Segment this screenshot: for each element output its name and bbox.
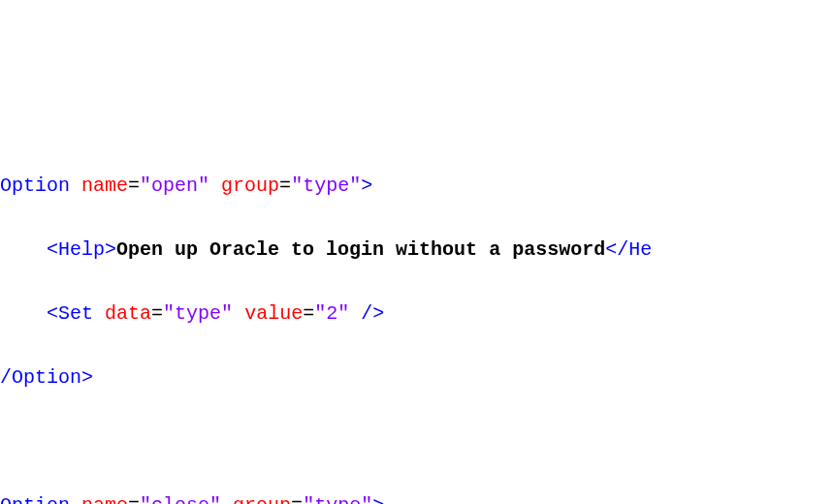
xml-value: "open" bbox=[140, 174, 209, 197]
xml-attr: name bbox=[81, 494, 128, 504]
code-line: Option name="open" group="type"> bbox=[0, 170, 834, 202]
code-line: <Set data="type" value="2" /> bbox=[0, 298, 834, 330]
xml-value: "2" bbox=[314, 302, 349, 325]
xml-tag: /Option bbox=[0, 366, 81, 389]
xml-attr: group bbox=[233, 494, 291, 504]
xml-tag: Option bbox=[0, 494, 70, 504]
help-text: Open up Oracle to login without a passwo… bbox=[116, 238, 605, 261]
xml-value: "type" bbox=[303, 494, 372, 504]
xml-value: "close" bbox=[140, 494, 221, 504]
xml-value: "type" bbox=[291, 174, 361, 197]
xml-attr: name bbox=[81, 174, 128, 197]
xml-code-viewer: Option name="open" group="type"> <Help>O… bbox=[0, 138, 834, 504]
xml-attr: value bbox=[244, 302, 303, 325]
code-line: /Option> bbox=[0, 362, 834, 394]
blank-line bbox=[0, 425, 834, 457]
xml-tag: Set bbox=[58, 302, 93, 325]
code-line: <Help>Open up Oracle to login without a … bbox=[0, 234, 834, 266]
xml-attr: data bbox=[105, 302, 151, 325]
xml-attr: group bbox=[221, 174, 279, 197]
xml-tag: Option bbox=[0, 174, 70, 197]
xml-tag: Help bbox=[58, 238, 105, 261]
code-line: Option name="close" group="type"> bbox=[0, 489, 834, 504]
xml-value: "type" bbox=[163, 302, 233, 325]
